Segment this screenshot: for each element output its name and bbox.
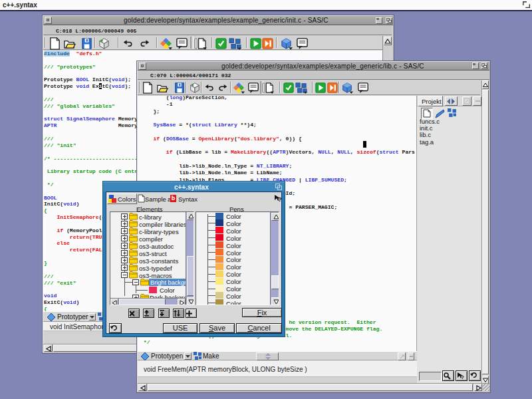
svg-text:?: ? [278,196,281,202]
svg-text:?: ? [461,374,464,380]
